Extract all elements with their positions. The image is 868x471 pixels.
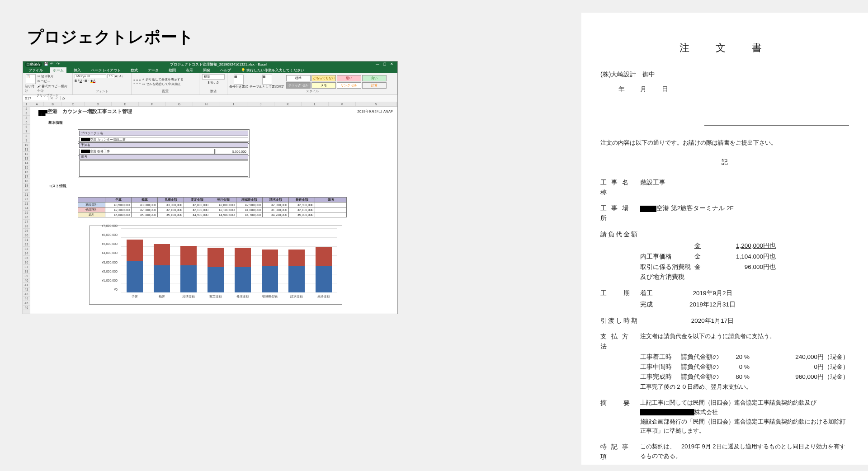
style-cell[interactable]: どちらでもない: [311, 75, 336, 81]
style-cell[interactable]: メモ: [311, 82, 336, 89]
menu-tab-データ[interactable]: データ: [145, 67, 161, 73]
align-right-icon[interactable]: ≡: [139, 82, 141, 85]
group-label-align: 配置: [133, 89, 197, 94]
chart-ytick: ¥7,000,000: [102, 224, 118, 227]
cost-table: 予算概算見積金額査定金額発注金額増減後金額請求金額最終金額備考施設部計¥3,50…: [78, 197, 347, 217]
cost-cell: ¥1,800,000: [263, 207, 289, 212]
decrease-font-icon[interactable]: A↓: [119, 75, 123, 78]
pay-cell: 工事着工時: [640, 352, 681, 362]
menu-tab-ヘルプ[interactable]: ヘルプ: [217, 67, 234, 73]
close-icon[interactable]: ✕: [390, 62, 395, 66]
italic-icon[interactable]: I: [78, 79, 79, 82]
menu-tab-開発[interactable]: 開発: [200, 67, 213, 73]
cut-button[interactable]: ✂ 切り取り: [38, 74, 71, 79]
menu-tab-ページ レイアウト[interactable]: ページ レイアウト: [88, 67, 123, 73]
pay-lead: 注文者は請負代金を以下のように請負者に支払う。: [640, 332, 849, 351]
cost-cell: [315, 203, 347, 207]
style-cell[interactable]: 標準: [286, 75, 311, 81]
cond-format-button[interactable]: 条件付き書式: [229, 85, 248, 89]
value-special: この契約は、 2019年 9月 2日に遡及し適用するものとし同日より効力を有する…: [640, 442, 849, 462]
paste-button[interactable]: 貼り付け: [25, 84, 36, 93]
style-cell[interactable]: チェック セル: [286, 82, 311, 89]
chart-bar-segment: [288, 266, 305, 292]
column-headers[interactable]: ABCDEFGHIJKLMN: [30, 102, 397, 107]
align-top-icon[interactable]: ≡: [133, 79, 135, 82]
minimize-icon[interactable]: —: [376, 62, 380, 66]
comma-icon[interactable]: ,: [214, 81, 215, 84]
align-center-icon[interactable]: ≡: [136, 82, 138, 85]
paste-icon[interactable]: 📋: [26, 74, 36, 84]
cost-col-header: 査定金額: [184, 198, 210, 203]
cost-cell: ¥5,000,000: [289, 212, 315, 217]
percent-icon[interactable]: %: [210, 81, 213, 84]
cond-format-icon[interactable]: ▦: [234, 75, 244, 85]
align-mid-icon[interactable]: ≡: [136, 79, 138, 82]
autosave-toggle[interactable]: 自動保存: [25, 62, 42, 67]
worksheet[interactable]: 1234567891011121314151617181920212223242…: [23, 102, 397, 314]
cost-cell: ¥4,700,000: [236, 212, 263, 217]
redo-icon[interactable]: ↷: [57, 62, 61, 66]
style-cell[interactable]: リンク セル: [337, 82, 361, 89]
cost-cell: [315, 212, 347, 217]
label-work-place: 工 事 場 所: [600, 203, 640, 223]
fill-color-icon[interactable]: ◆: [90, 79, 93, 83]
pay-cell: 80 %: [726, 372, 753, 382]
font-size-select[interactable]: 10: [107, 74, 114, 78]
format-as-table-icon[interactable]: ▦: [262, 75, 272, 85]
price-label: 取引に係る消費税及び地方消費税: [640, 262, 694, 282]
style-cell[interactable]: 良い: [362, 75, 387, 81]
merge-center-button[interactable]: ▭ セルを結合して中央揃え: [142, 82, 184, 86]
cost-col-header: 予算: [105, 198, 132, 203]
tell-me[interactable]: 💡 実行したい作業を入力してください: [241, 68, 304, 73]
price-amount: 1,200,000円也: [708, 241, 776, 251]
align-left-icon[interactable]: ≡: [133, 82, 135, 85]
font-name-select[interactable]: Meiryo UI: [75, 74, 106, 78]
cell-styles-gallery[interactable]: 標準どちらでもない悪い良いチェック セルメモリンク セル計算: [286, 75, 394, 89]
style-cell[interactable]: 悪い: [337, 75, 361, 81]
lead-text: 注文の内容は以下の通りです。お請けの際は請書をご提出下さい。: [600, 138, 849, 148]
menu-tab-校閲[interactable]: 校閲: [166, 67, 179, 73]
chart-xtick: 概算: [148, 294, 175, 301]
cost-cell: ¥3,000,000: [158, 203, 184, 207]
wrap-text-button[interactable]: ↲ 折り返して全体を表示する: [142, 77, 184, 82]
bold-icon[interactable]: B: [75, 79, 77, 82]
cost-col-header: 請求金額: [263, 198, 289, 203]
value-start: 2019年9月2日: [667, 288, 758, 298]
inc-dec-icon[interactable]: .0: [216, 81, 219, 84]
chart-bar-segment: [127, 261, 143, 293]
cost-cell: ¥4,900,000: [210, 212, 236, 217]
font-color-icon[interactable]: A: [93, 79, 95, 83]
maximize-icon[interactable]: ▢: [383, 62, 387, 66]
save-icon[interactable]: 💾: [44, 62, 48, 66]
copy-button[interactable]: ⧉ コピー: [38, 79, 71, 84]
undo-icon[interactable]: ↶: [50, 62, 55, 66]
number-format-select[interactable]: 標準: [202, 74, 225, 80]
chart-xtick: 査定金額: [202, 294, 229, 301]
chart-bar-segment: [262, 250, 278, 266]
label-project-name: プロジェクト名: [79, 131, 248, 136]
border-icon[interactable]: ▦: [85, 79, 88, 82]
pay-cell: 20 %: [726, 352, 753, 362]
underline-icon[interactable]: U: [80, 79, 82, 82]
order-document: 注 文 書 (株)大崎設計 御中 年 月 日 注文の内容は以下の通りです。お請け…: [581, 13, 868, 465]
menu-tab-ファイル[interactable]: ファイル: [26, 67, 46, 73]
format-painter-button[interactable]: 🖌 書式のコピー/貼り付け: [38, 84, 71, 93]
row-headers[interactable]: 1234567891011121314151617181920212223242…: [23, 102, 30, 314]
pay-cell: 工事中間時: [640, 362, 681, 372]
chart-ytick: ¥5,000,000: [102, 242, 118, 245]
menu-tab-ホーム[interactable]: ホーム: [50, 67, 66, 73]
format-as-table-button[interactable]: テーブルとして書式設定: [250, 85, 284, 89]
ki-marker: 記: [600, 157, 849, 167]
chart-bar-segment: [316, 266, 332, 292]
menu-tab-数式[interactable]: 数式: [128, 67, 141, 73]
menu-tab-挿入[interactable]: 挿入: [71, 67, 84, 73]
cost-cell: ¥4,700,000: [263, 212, 289, 217]
style-cell[interactable]: 計算: [362, 82, 387, 89]
cost-cell: ¥2,800,000: [210, 203, 236, 207]
menu-tab-表示[interactable]: 表示: [183, 67, 196, 73]
align-bot-icon[interactable]: ≡: [139, 79, 141, 82]
increase-font-icon[interactable]: A↑: [115, 75, 118, 78]
currency-icon[interactable]: $: [208, 81, 210, 84]
chart-bar-segment: [180, 246, 197, 265]
cost-cell: ¥1,800,000: [236, 207, 263, 212]
